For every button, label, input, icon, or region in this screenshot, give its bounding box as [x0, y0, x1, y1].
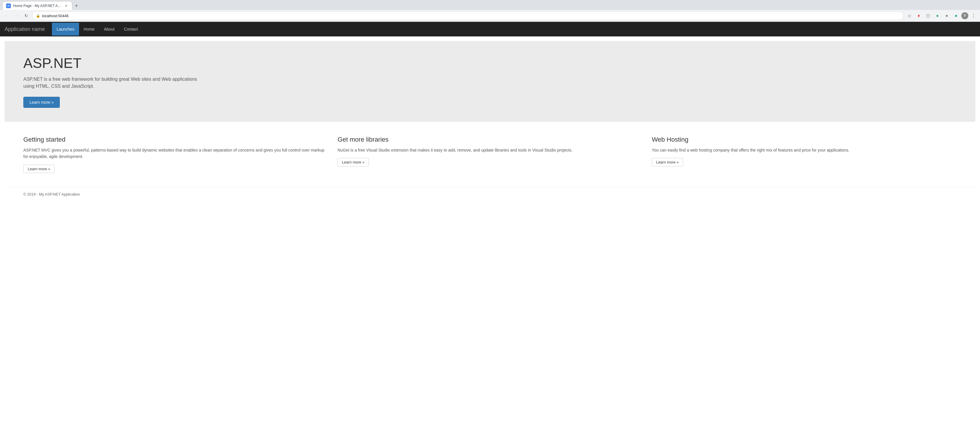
footer-text: © 2019 - My ASP.NET Application	[23, 192, 80, 197]
nav-item-home: Home	[79, 23, 99, 36]
forward-button[interactable]: →	[12, 12, 21, 20]
feature-hosting-description: You can easily find a web hosting compan…	[652, 147, 957, 153]
nav-link-contact[interactable]: Contact	[119, 23, 143, 36]
lock-icon: 🔒	[36, 14, 40, 18]
navbar-brand[interactable]: Application name	[5, 26, 45, 32]
nav-link-about[interactable]: About	[99, 23, 119, 36]
nav-item-contact: Contact	[119, 23, 143, 36]
reload-button[interactable]: ↻	[22, 12, 30, 20]
tab-title: Home Page - My ASP.NET Applic...	[13, 4, 62, 8]
new-tab-button[interactable]: +	[72, 2, 81, 10]
extension-icon-4[interactable]: ●	[943, 12, 951, 20]
feature-libraries: Get more libraries NuGet is a free Visua…	[337, 136, 642, 173]
feature-libraries-description: NuGet is a free Visual Studio extension …	[337, 147, 642, 153]
feature-getting-started-learn-more-button[interactable]: Learn more »	[23, 165, 54, 173]
toolbar-icons: ☆ ♦ ☷ ● ● ● P ⋮	[905, 12, 978, 20]
extension-icon-1[interactable]: ♦	[915, 12, 923, 20]
feature-libraries-learn-more-button[interactable]: Learn more »	[337, 158, 369, 166]
tab-favicon: H	[6, 3, 11, 8]
hero-title: ASP.NET	[23, 55, 957, 71]
feature-getting-started-description: ASP.NET MVC gives you a powerful, patter…	[23, 147, 328, 160]
bookmark-star-icon[interactable]: ☆	[905, 12, 913, 20]
address-bar-row: ← → ↻ 🔒 localhost:50446 ☆ ♦ ☷ ● ● ● P ⋮	[0, 10, 980, 22]
extension-icon-3[interactable]: ●	[933, 12, 942, 20]
navbar: Application name Launches Home About Con…	[0, 22, 980, 36]
profile-icon[interactable]: P	[961, 12, 968, 19]
nav-link-launches[interactable]: Launches	[52, 23, 79, 36]
hero-learn-more-button[interactable]: Learn more »	[23, 97, 60, 108]
feature-hosting-learn-more-button[interactable]: Learn more »	[652, 158, 683, 166]
tab-bar: H Home Page - My ASP.NET Applic... × +	[0, 0, 980, 10]
hero-description: ASP.NET is a free web framework for buil…	[23, 76, 198, 90]
footer: © 2019 - My ASP.NET Application	[5, 187, 975, 201]
tab-close-button[interactable]: ×	[64, 3, 68, 8]
feature-getting-started: Getting started ASP.NET MVC gives you a …	[23, 136, 328, 173]
nav-item-launches: Launches	[52, 23, 79, 36]
website-content: Application name Launches Home About Con…	[0, 22, 980, 426]
feature-libraries-title: Get more libraries	[337, 136, 642, 143]
hero-section: ASP.NET ASP.NET is a free web framework …	[5, 41, 975, 122]
feature-getting-started-title: Getting started	[23, 136, 328, 143]
address-text: localhost:50446	[42, 14, 900, 18]
menu-icon[interactable]: ⋮	[969, 12, 978, 20]
back-button[interactable]: ←	[2, 12, 11, 20]
navbar-nav: Launches Home About Contact	[52, 23, 143, 36]
active-tab[interactable]: H Home Page - My ASP.NET Applic... ×	[2, 1, 72, 10]
feature-hosting-title: Web Hosting	[652, 136, 957, 143]
extension-icon-5[interactable]: ●	[952, 12, 960, 20]
nav-link-home[interactable]: Home	[79, 23, 99, 36]
browser-chrome: H Home Page - My ASP.NET Applic... × + ←…	[0, 0, 980, 22]
nav-item-about: About	[99, 23, 119, 36]
address-bar[interactable]: 🔒 localhost:50446	[32, 11, 904, 20]
features-section: Getting started ASP.NET MVC gives you a …	[5, 127, 975, 187]
feature-hosting: Web Hosting You can easily find a web ho…	[652, 136, 957, 173]
extension-icon-2[interactable]: ☷	[924, 12, 932, 20]
